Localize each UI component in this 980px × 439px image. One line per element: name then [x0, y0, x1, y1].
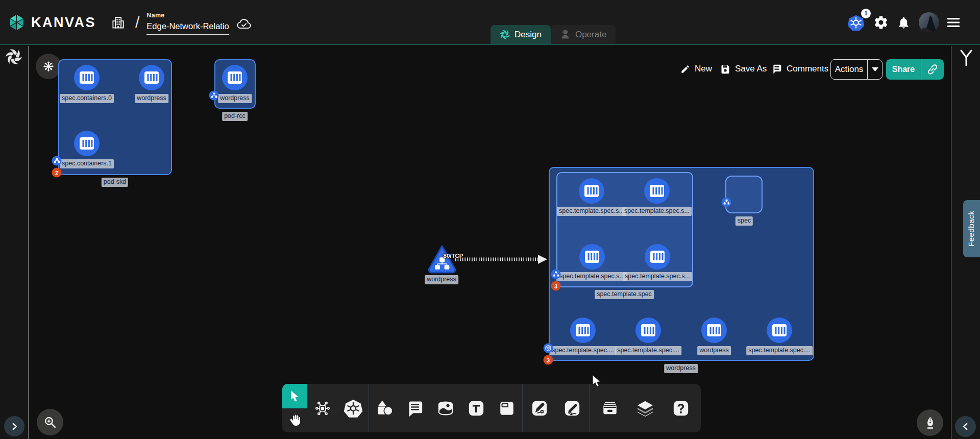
pod-node[interactable] [579, 244, 605, 270]
group-spec-template[interactable] [556, 172, 693, 287]
menu-button[interactable] [947, 17, 960, 28]
pencil-scribble-icon [564, 400, 581, 417]
comment-lines-icon [406, 400, 424, 417]
snowflake-button[interactable] [36, 54, 61, 79]
tool-drawer[interactable] [595, 400, 625, 417]
expand-left-panel-button[interactable] [4, 416, 24, 436]
avatar-image [919, 12, 939, 33]
pod-node[interactable] [570, 318, 596, 343]
tool-text[interactable] [461, 400, 492, 417]
expand-right-panel-button[interactable] [955, 416, 976, 437]
user-avatar[interactable] [919, 12, 939, 33]
error-badge[interactable]: 3 [551, 281, 561, 291]
brand-title: KANVAS [31, 15, 96, 31]
pod-label: spec.containers.0 [60, 94, 114, 103]
mode-tabs: Design Operate [491, 25, 616, 44]
tool-freehand[interactable] [557, 400, 587, 417]
tool-help[interactable] [666, 400, 696, 417]
tool-components[interactable] [307, 401, 338, 416]
notifications-button[interactable] [897, 16, 911, 30]
sitemap-badge[interactable] [52, 156, 62, 166]
glass-icon[interactable] [958, 49, 974, 67]
shapes-icon [375, 400, 394, 417]
meshery-spinner-icon[interactable] [6, 48, 22, 65]
tool-pan-hand[interactable] [282, 408, 307, 433]
header-actions: 1 [847, 0, 960, 45]
edge-label: 80/TCP [442, 252, 465, 261]
node-spec[interactable] [725, 176, 763, 213]
error-badge[interactable]: 2 [52, 168, 62, 178]
pod-node[interactable] [74, 131, 100, 156]
group-pod-skd-label: pod-skd [102, 178, 128, 187]
kanvas-logo[interactable] [8, 14, 25, 31]
edge-wordpress-to-deployment [454, 252, 551, 266]
pod-icon [641, 324, 656, 337]
pod-node[interactable] [74, 65, 100, 90]
pod-node[interactable] [139, 65, 164, 90]
new-label: New [695, 64, 712, 74]
pod-label: spec.template.spec.s... [557, 207, 626, 216]
new-button[interactable]: New [680, 64, 712, 74]
pen-tool-icon [531, 400, 548, 417]
cursor-icon [288, 389, 301, 403]
sitemap-badge[interactable] [551, 270, 561, 279]
feedback-label: Feedback [967, 211, 976, 247]
sitemap-icon [211, 93, 217, 99]
design-spiral-icon [500, 30, 510, 40]
tool-note[interactable] [492, 400, 522, 417]
sitemap-badge[interactable] [209, 91, 219, 101]
tool-comment[interactable] [400, 400, 430, 417]
pod-node[interactable] [644, 178, 670, 204]
link-icon [927, 64, 938, 75]
share-button[interactable]: Share [886, 59, 944, 80]
settings-button[interactable] [873, 15, 889, 30]
actions-button[interactable]: Actions [830, 59, 883, 80]
dock-cursor-tools [282, 384, 307, 432]
design-name-input[interactable] [146, 20, 229, 35]
k8s-badge[interactable] [544, 344, 553, 353]
pod-label: spec.template.spec.... [550, 346, 616, 355]
save-as-button[interactable]: Save As [720, 64, 767, 74]
drawer-icon [601, 400, 619, 417]
question-icon [672, 400, 690, 417]
comments-button[interactable]: Comments [772, 64, 828, 74]
pod-node[interactable] [579, 178, 604, 204]
tool-kubernetes[interactable] [338, 398, 369, 419]
chevron-left-icon [962, 423, 969, 430]
k8s-context-switcher[interactable]: 1 [847, 14, 865, 32]
share-label: Share [886, 65, 921, 74]
pod-icon [584, 184, 599, 198]
brand-group: KANVAS / Name [8, 0, 252, 45]
pod-icon [584, 250, 600, 263]
design-canvas[interactable]: pod-skd pod-rcc spec.template.spec wordp… [29, 46, 950, 439]
tool-pen[interactable] [524, 400, 555, 417]
tool-shapes[interactable] [369, 400, 400, 417]
pod-icon [772, 324, 787, 337]
kubernetes-wheel-icon [545, 345, 552, 352]
zoom-button[interactable] [37, 409, 63, 435]
tool-image[interactable] [430, 400, 461, 417]
tool-layers[interactable] [630, 399, 660, 418]
copy-link-button[interactable] [921, 64, 944, 75]
pod-node[interactable] [701, 318, 727, 343]
tab-operate[interactable]: Operate [551, 25, 616, 44]
pod-icon [144, 71, 159, 84]
tool-select-cursor[interactable] [282, 384, 307, 408]
dock-group-drawing [523, 384, 589, 432]
pod-node[interactable] [635, 318, 661, 343]
actions-caret-button[interactable] [868, 67, 882, 71]
organization-icon[interactable] [111, 16, 125, 30]
feedback-tab[interactable]: Feedback [963, 200, 980, 257]
canvas-stage: pod-skd pod-rcc spec.template.spec wordp… [29, 46, 950, 439]
pod-node[interactable] [767, 318, 792, 343]
error-badge[interactable]: 3 [544, 355, 553, 365]
chevron-right-icon [11, 423, 18, 430]
pod-label: spec.template.spec.s... [622, 207, 692, 216]
pod-node[interactable] [222, 65, 248, 90]
tab-design[interactable]: Design [491, 25, 551, 44]
dock-group-misc [590, 384, 701, 432]
pod-node[interactable] [645, 244, 670, 270]
pen-nib-button[interactable] [917, 409, 943, 436]
sitemap-badge[interactable] [722, 198, 731, 207]
pod-label: spec.template.spec.... [746, 346, 813, 355]
